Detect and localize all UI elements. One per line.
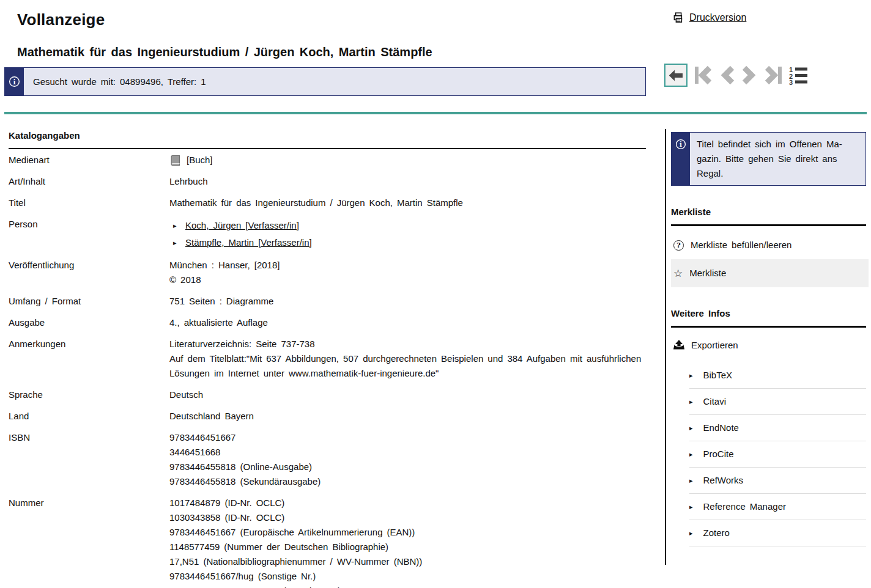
- export-option[interactable]: ▸Zotero: [689, 520, 866, 546]
- merkliste-fill-empty-item[interactable]: ? Merkliste befüllen/leeren: [671, 231, 866, 259]
- export-list: ▸BibTeX▸Citavi▸EndNote▸ProCite▸RefWorks▸…: [671, 362, 866, 546]
- row-value-text: © 2018: [169, 273, 201, 287]
- row-value-text: 9783446451667 (Europäische Artikelnummer…: [169, 525, 415, 540]
- table-row: Person▸Koch, Jürgen [Verfasser/in]▸Stämp…: [9, 215, 646, 251]
- table-row: Nummer1017484879 (ID-Nr. OCLC)1030343858…: [9, 494, 646, 588]
- row-value: Literaturverzeichnis: Seite 737-738Auf d…: [169, 335, 646, 381]
- table-row: AnmerkungenLiteraturverzeichnis: Seite 7…: [9, 335, 646, 381]
- export-option-label: RefWorks: [703, 474, 744, 487]
- row-value-text: 9783446451667: [169, 430, 235, 445]
- export-option-label: Citavi: [703, 395, 727, 408]
- first-result-button[interactable]: [694, 65, 713, 86]
- export-option-label: Zotero: [703, 527, 730, 539]
- table-row: TitelMathematik für das Ingenieurstudium…: [9, 194, 646, 210]
- row-value: Deutschland Bayern: [169, 407, 254, 424]
- row-label: Nummer: [9, 494, 169, 588]
- triangle-bullet-icon: ▸: [689, 395, 693, 408]
- row-value: Lehrbuch: [169, 172, 208, 189]
- table-row: Medienart[Buch]: [9, 151, 646, 167]
- row-label: Medienart: [9, 151, 169, 167]
- table-row: VeröffentlichungMünchen : Hanser, [2018]…: [9, 256, 646, 287]
- export-option[interactable]: ▸RefWorks: [689, 468, 866, 494]
- weitere-infos-heading: Weitere Infos: [671, 308, 866, 328]
- record-title: Mathematik für das Ingenieurstudium / Jü…: [17, 45, 871, 59]
- export-label: Exportieren: [691, 340, 738, 350]
- row-value: 751 Seiten : Diagramme: [169, 292, 273, 309]
- notice-text: Titel befindet sich im Offenen Ma­gazin.…: [690, 133, 865, 185]
- row-value-text: 9783446455818 (Sekundärausgabe): [169, 474, 321, 489]
- catalog-section: Katalogangaben Medienart[Buch]Art/Inhalt…: [9, 129, 646, 588]
- notice-box: i Titel befindet sich im Offenen Ma­gazi…: [671, 132, 866, 186]
- export-option-label: Reference Manager: [703, 501, 786, 513]
- row-value-text: 1030343858 (ID-Nr. OCLC): [169, 510, 284, 525]
- table-row: Ausgabe4., aktualisierte Auflage: [9, 314, 646, 330]
- next-result-button[interactable]: [741, 65, 757, 86]
- row-value-text: 3446451668: [169, 445, 220, 460]
- row-value: Deutsch: [169, 386, 203, 402]
- row-value: 4., aktualisierte Auflage: [169, 314, 268, 330]
- table-row: SpracheDeutsch: [9, 386, 646, 402]
- row-value-text: STBHANTALT1009827294 (Sonstige Nr.): [169, 584, 341, 588]
- triangle-bullet-icon: ▸: [689, 369, 693, 381]
- row-label: Ausgabe: [9, 314, 169, 330]
- merkliste-heading: Merkliste: [671, 207, 866, 226]
- triangle-bullet-icon: ▸: [173, 235, 185, 250]
- last-result-button[interactable]: [763, 65, 783, 86]
- table-row: Umfang / Format751 Seiten : Diagramme: [9, 292, 646, 309]
- printer-icon: [673, 12, 684, 23]
- row-value: ▸Koch, Jürgen [Verfasser/in]▸Stämpfle, M…: [169, 215, 312, 251]
- export-option[interactable]: ▸BibTeX: [689, 362, 866, 389]
- row-value: [Buch]: [169, 151, 213, 167]
- row-value-text: 9783446455818 (Online-Ausgabe): [169, 460, 312, 474]
- person-link[interactable]: Koch, Jürgen [Verfasser/in]: [185, 218, 299, 233]
- row-value-text: Lehrbuch: [169, 174, 208, 189]
- triangle-bullet-icon: ▸: [689, 422, 693, 434]
- merkliste-item[interactable]: ☆ Merkliste: [671, 259, 869, 287]
- export-option[interactable]: ▸EndNote: [689, 415, 866, 441]
- row-label: Titel: [9, 194, 169, 210]
- row-value-text: München : Hanser, [2018]: [169, 258, 280, 273]
- back-to-results-button[interactable]: [664, 64, 688, 87]
- last-page-icon: [763, 65, 783, 86]
- row-label: Umfang / Format: [9, 292, 169, 309]
- triangle-bullet-icon: ▸: [173, 218, 185, 233]
- result-list-button[interactable]: 1 2 3: [789, 66, 808, 85]
- row-label: Art/Inhalt: [9, 172, 169, 189]
- info-icon: i: [9, 76, 20, 87]
- triangle-bullet-icon: ▸: [689, 527, 693, 539]
- star-icon: ☆: [673, 268, 683, 279]
- row-value-text: 17,N51 (Nationalbibliographienummer / WV…: [169, 554, 422, 569]
- row-value-text: 1017484879 (ID-Nr. OCLC): [169, 496, 284, 510]
- row-label: Veröffentlichung: [9, 256, 169, 287]
- row-label: Land: [9, 407, 169, 424]
- triangle-bullet-icon: ▸: [689, 474, 693, 487]
- row-value-text: Deutschland Bayern: [169, 409, 254, 424]
- print-version-label[interactable]: Druckversion: [689, 12, 746, 23]
- next-page-icon: [741, 65, 757, 86]
- question-circle-icon: ?: [673, 240, 684, 251]
- row-value-text: Deutsch: [169, 388, 203, 402]
- svg-text:i: i: [13, 78, 15, 86]
- export-icon: [673, 340, 684, 350]
- previous-result-button[interactable]: [719, 65, 735, 86]
- catalog-table: Medienart[Buch]Art/InhaltLehrbuchTitelMa…: [9, 151, 646, 588]
- sidebar: i Titel befindet sich im Offenen Ma­gazi…: [665, 129, 871, 565]
- result-list-icon: 1 2 3: [789, 66, 808, 85]
- person-link[interactable]: Stämpfle, Martin [Verfasser/in]: [185, 235, 312, 250]
- table-row: ISBN978344645166734464516689783446455818…: [9, 428, 646, 489]
- merkliste-fill-empty-label: Merkliste befüllen/leeren: [691, 239, 791, 251]
- svg-text:i: i: [680, 141, 682, 148]
- print-version-link[interactable]: Druckversion: [673, 12, 746, 23]
- previous-page-icon: [719, 65, 735, 86]
- row-value-text: 751 Seiten : Diagramme: [169, 294, 273, 309]
- export-option-label: ProCite: [703, 448, 734, 460]
- export-option[interactable]: ▸Reference Manager: [689, 494, 866, 520]
- export-option[interactable]: ▸Citavi: [689, 389, 866, 415]
- export-option[interactable]: ▸ProCite: [689, 441, 866, 468]
- search-info-banner: i Gesucht wurde mit: 04899496, Treffer: …: [4, 67, 646, 96]
- export-option-label: BibTeX: [703, 369, 733, 381]
- row-value: 1017484879 (ID-Nr. OCLC)1030343858 (ID-N…: [169, 494, 422, 588]
- svg-text:3: 3: [789, 79, 793, 85]
- row-label: ISBN: [9, 428, 169, 489]
- export-button[interactable]: Exportieren: [671, 333, 866, 358]
